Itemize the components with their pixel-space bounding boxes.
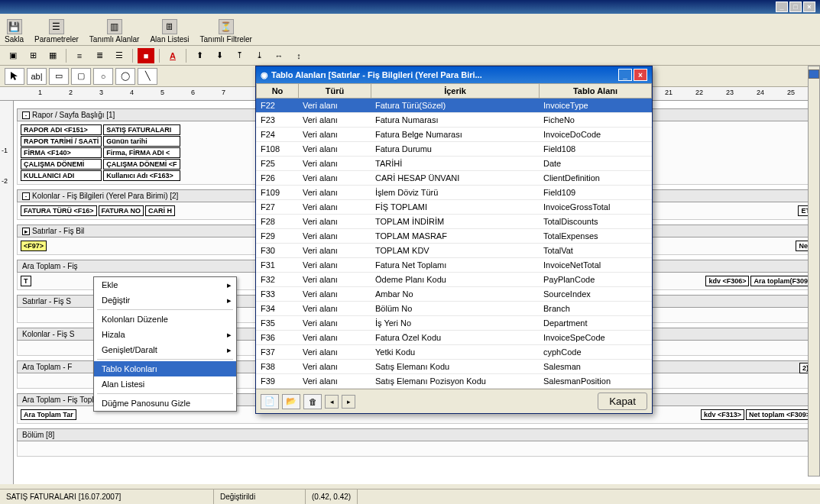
table-row[interactable]: F38Veri alanıSatış Elemanı KoduSalesman [256, 360, 652, 374]
font-color-icon[interactable]: A [164, 48, 181, 63]
filter-icon: ⏳ [219, 19, 234, 34]
menu-item-align[interactable]: Hizala▸ [94, 327, 236, 342]
field-box[interactable]: kdv <F306> [705, 276, 749, 286]
open-icon[interactable]: 📂 [282, 394, 300, 409]
fill-color-icon[interactable]: ■ [138, 48, 154, 63]
table-row[interactable]: F35Veri alanıİş Yeri NoDepartment [256, 316, 652, 331]
field-box[interactable]: CARİ H [145, 205, 175, 216]
send-back-icon[interactable]: ⬇ [211, 48, 228, 63]
prev-icon[interactable]: ◂ [325, 395, 339, 409]
circle-icon[interactable]: ◯ [115, 68, 135, 85]
field-box[interactable]: SATIŞ FATURALARI [103, 124, 180, 135]
align-center-icon[interactable]: ≣ [91, 48, 108, 63]
select-all-icon[interactable]: ▣ [5, 48, 21, 63]
field-box[interactable]: RAPOR ADI <F151> [21, 124, 102, 135]
align-right-icon[interactable]: ☰ [111, 48, 128, 63]
field-box[interactable]: FATURA NO [99, 205, 144, 216]
statusbar: SATIŞ FATURALARI [16.07.2007] Değiştiril… [0, 489, 820, 504]
table-row[interactable]: F37Veri alanıYetki KoducyphCode [256, 345, 652, 360]
field-box[interactable]: Firma, FİRMA ADI < [103, 147, 180, 158]
dialog-grid[interactable]: No Türü İçerik Tablo Alanı F22Veri alanı… [256, 83, 652, 389]
minimize-icon[interactable]: _ [776, 2, 788, 12]
delete-icon[interactable]: 🗑 [303, 394, 322, 409]
table-row[interactable]: F26Veri alanıCARİ HESAP ÜNVANIClientDefi… [256, 171, 652, 186]
table-row[interactable]: F27Veri alanıFİŞ TOPLAMIInvoiceGrossTota… [256, 200, 652, 215]
table-row[interactable]: F31Veri alanıFatura Net ToplamıInvoiceNe… [256, 258, 652, 273]
bring-front-icon[interactable]: ⬆ [191, 48, 208, 63]
table-row[interactable]: F29Veri alanıTOPLAM MASRAFTotalExpenses [256, 229, 652, 244]
dialog-close-icon[interactable]: × [634, 69, 647, 81]
field-list-button[interactable]: 🗏 Alan Listesi [150, 19, 189, 44]
group-icon[interactable]: ⊞ [24, 48, 41, 63]
menu-item-edit-columns[interactable]: Kolonları Düzenle [94, 312, 236, 327]
table-row[interactable]: F108Veri alanıFatura DurumuField108 [256, 142, 652, 157]
close-icon[interactable]: × [803, 2, 815, 12]
collapse-icon[interactable]: - [22, 192, 30, 200]
table-row[interactable]: F28Veri alanıTOPLAM İNDİRİMTotalDiscount… [256, 215, 652, 229]
close-button[interactable]: Kapat [598, 393, 647, 410]
field-box[interactable]: FİRMA <F140> [21, 147, 102, 158]
menu-item-field-list[interactable]: Alan Listesi [94, 376, 236, 392]
table-row[interactable]: F36Veri alanıFatura Özel KoduInvoiceSpeC… [256, 331, 652, 345]
table-row[interactable]: F109Veri alanıİşlem Döviz TürüField109 [256, 186, 652, 200]
maximize-icon[interactable]: □ [789, 2, 802, 12]
chevron-right-icon: ▸ [227, 296, 232, 305]
table-row[interactable]: F23Veri alanıFatura NumarasıFicheNo [256, 113, 652, 128]
collapse-icon[interactable]: - [22, 111, 30, 119]
dialog-minimize-icon[interactable]: _ [618, 69, 632, 81]
align-top-icon[interactable]: ⤒ [231, 48, 248, 63]
table-row[interactable]: F22Veri alanıFatura Türü(Sözel)InvoiceTy… [256, 99, 652, 113]
field-box[interactable]: Ara Toplam Tar [21, 409, 76, 420]
expand-icon[interactable]: ▸ [22, 228, 30, 235]
menu-item-add[interactable]: Ekle▸ [94, 277, 236, 292]
menu-item-table-columns[interactable]: Tablo Kolonları [94, 361, 236, 376]
dialog-titlebar[interactable]: ◉ Tablo Alanları [Satırlar - Fiş Bilgile… [256, 66, 652, 83]
menu-item-hide-button-panel[interactable]: Düğme Panosunu Gizle [94, 396, 236, 411]
rectangle-icon[interactable]: ▭ [49, 68, 69, 85]
field-box[interactable]: Kullanıcı Adı <F163> [103, 170, 180, 181]
field-box[interactable]: Net toplam <F309> [746, 409, 813, 420]
field-box[interactable]: T [21, 276, 31, 286]
ellipse-icon[interactable]: ○ [93, 68, 113, 85]
field-box[interactable]: FATURA TÜRÜ <F16> [21, 205, 97, 216]
field-box[interactable]: ÇALIŞMA DÖNEMİ <F [103, 159, 180, 170]
table-row[interactable]: F34Veri alanıBölüm NoBranch [256, 302, 652, 316]
column-header-type[interactable]: Türü [299, 84, 371, 99]
menu-item-expand-collapse[interactable]: Genişlet/Daralt▸ [94, 342, 236, 357]
table-row[interactable]: F39Veri alanıSatış Elemanı Pozisyon Kodu… [256, 374, 652, 389]
field-box[interactable]: RAPOR TARİHİ / SAATİ [21, 136, 102, 147]
field-box[interactable]: Ara toplam(F309) [750, 276, 813, 286]
save-button[interactable]: 💾 Sakla [5, 19, 24, 44]
defined-filters-button[interactable]: ⏳ Tanımlı Filtreler [200, 19, 252, 44]
vertical-scrollbar[interactable] [808, 66, 820, 477]
table-row[interactable]: F32Veri alanıÖdeme Planı KoduPayPlanCode [256, 273, 652, 287]
text-field-icon[interactable]: ab| [27, 68, 47, 85]
column-header-no[interactable]: No [257, 84, 299, 99]
rounded-rect-icon[interactable]: ▢ [71, 68, 91, 85]
table-row[interactable]: F24Veri alanıFatura Belge NumarasıInvoic… [256, 128, 652, 142]
grid-icon[interactable]: ▦ [44, 48, 61, 63]
table-row[interactable]: F25Veri alanıTARİHİDate [256, 157, 652, 171]
field-box[interactable]: KULLANICI ADI [21, 170, 102, 181]
pointer-icon[interactable] [5, 68, 24, 85]
column-header-field[interactable]: Tablo Alanı [540, 84, 652, 99]
menu-item-change[interactable]: Değiştir▸ [94, 292, 236, 308]
distribute-v-icon[interactable]: ↕ [290, 48, 307, 63]
defined-fields-button[interactable]: ▥ Tanımlı Alanlar [89, 19, 140, 44]
section-header-bolum[interactable]: Bölüm [8] [17, 428, 817, 441]
table-row[interactable]: F33Veri alanıAmbar NoSourceIndex [256, 287, 652, 302]
column-header-content[interactable]: İçerik [371, 84, 540, 99]
field-box-selected[interactable]: <F97> [21, 241, 47, 251]
next-icon[interactable]: ▸ [342, 395, 355, 409]
field-box[interactable]: Günün tarihi [103, 136, 180, 147]
field-box[interactable]: ÇALIŞMA DÖNEMİ [21, 159, 102, 170]
save-icon: 💾 [7, 19, 22, 34]
new-icon[interactable]: 📄 [261, 394, 279, 409]
distribute-h-icon[interactable]: ↔ [271, 48, 287, 63]
table-row[interactable]: F30Veri alanıTOPLAM KDVTotalVat [256, 244, 652, 258]
align-bottom-icon[interactable]: ⤓ [251, 48, 267, 63]
parameters-button[interactable]: ☰ Parametreler [34, 19, 79, 44]
align-left-icon[interactable]: ≡ [71, 48, 88, 63]
line-icon[interactable]: ╲ [138, 68, 157, 85]
field-box[interactable]: kdv <F313> [701, 409, 744, 420]
